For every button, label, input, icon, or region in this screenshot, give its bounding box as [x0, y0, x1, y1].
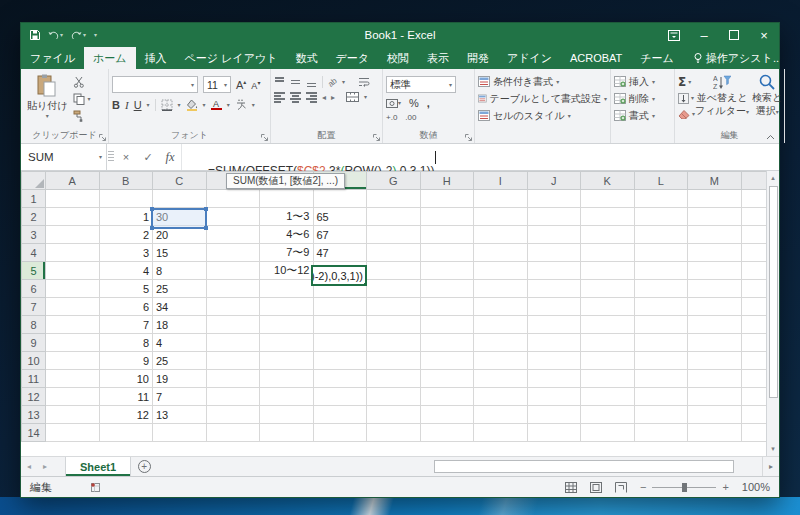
- cell[interactable]: 1〜3: [260, 208, 314, 226]
- cell[interactable]: 2: [99, 226, 153, 244]
- cell[interactable]: [367, 262, 421, 280]
- cell[interactable]: [474, 298, 528, 316]
- column-header[interactable]: [741, 172, 766, 190]
- sheet-tab-sheet1[interactable]: Sheet1: [65, 457, 131, 476]
- cell[interactable]: [260, 406, 314, 424]
- ribbon-display-options-button[interactable]: [659, 23, 689, 47]
- cell[interactable]: [527, 298, 581, 316]
- cell[interactable]: [260, 424, 314, 442]
- cell[interactable]: [741, 352, 766, 370]
- cell[interactable]: [474, 334, 528, 352]
- cell[interactable]: [741, 298, 766, 316]
- cell[interactable]: [313, 334, 367, 352]
- cell[interactable]: [581, 280, 635, 298]
- cell[interactable]: [46, 334, 100, 352]
- cell[interactable]: [420, 298, 474, 316]
- select-all-corner[interactable]: [22, 172, 46, 190]
- clipboard-dialog-launcher[interactable]: [98, 133, 107, 142]
- scroll-right-button[interactable]: ▸: [762, 457, 779, 476]
- cell[interactable]: [46, 352, 100, 370]
- phonetic-guide-button[interactable]: [235, 99, 247, 111]
- percent-style-button[interactable]: %: [409, 97, 419, 109]
- cell[interactable]: 25: [153, 280, 207, 298]
- selection-handle[interactable]: [150, 207, 154, 211]
- cell[interactable]: [741, 406, 766, 424]
- decrease-decimal-button[interactable]: .00: [405, 113, 416, 122]
- row-header[interactable]: 3: [22, 226, 46, 244]
- cell[interactable]: 12: [99, 406, 153, 424]
- decrease-indent-button[interactable]: ◂: [322, 93, 326, 102]
- cell[interactable]: [634, 352, 688, 370]
- cell[interactable]: [313, 298, 367, 316]
- column-header[interactable]: C: [153, 172, 207, 190]
- find-select-button[interactable]: 検索と 選択▾: [749, 73, 785, 130]
- cell[interactable]: [260, 316, 314, 334]
- fill-color-button[interactable]: [186, 99, 198, 111]
- cell[interactable]: [581, 226, 635, 244]
- cell[interactable]: [581, 316, 635, 334]
- undo-dropdown[interactable]: ▾: [60, 32, 63, 38]
- cell[interactable]: [634, 280, 688, 298]
- cell[interactable]: [741, 208, 766, 226]
- cell[interactable]: 4〜6: [260, 226, 314, 244]
- merge-dropdown[interactable]: ▾: [364, 94, 367, 100]
- align-middle-button[interactable]: [290, 77, 301, 87]
- clear-button[interactable]: ▾: [678, 107, 695, 121]
- cell[interactable]: [206, 370, 260, 388]
- cell[interactable]: [206, 190, 260, 208]
- cell[interactable]: [206, 226, 260, 244]
- cell[interactable]: [206, 244, 260, 262]
- cell[interactable]: [634, 388, 688, 406]
- ribbon-tab[interactable]: 表示: [418, 47, 458, 69]
- cell[interactable]: [634, 190, 688, 208]
- cell[interactable]: [260, 352, 314, 370]
- column-header[interactable]: J: [527, 172, 581, 190]
- cell[interactable]: [367, 352, 421, 370]
- row-header[interactable]: 13: [22, 406, 46, 424]
- macro-record-button[interactable]: [90, 482, 101, 493]
- cell[interactable]: 6: [99, 298, 153, 316]
- ribbon-tab[interactable]: データ: [326, 47, 378, 69]
- cell[interactable]: [581, 298, 635, 316]
- font-color-button[interactable]: A: [211, 100, 222, 111]
- cells-menu-button[interactable]: 挿入 ▾: [614, 74, 671, 89]
- cell[interactable]: [420, 208, 474, 226]
- horizontal-scroll-thumb[interactable]: [434, 460, 734, 473]
- italic-button[interactable]: I: [125, 99, 129, 111]
- cell[interactable]: [688, 388, 742, 406]
- zoom-slider-thumb[interactable]: [682, 483, 687, 492]
- cell[interactable]: [99, 190, 153, 208]
- column-header[interactable]: K: [581, 172, 635, 190]
- font-name-combo[interactable]: ▾: [112, 76, 198, 93]
- cut-button[interactable]: [73, 75, 90, 89]
- alignment-dialog-launcher[interactable]: [372, 133, 381, 142]
- row-header[interactable]: 10: [22, 352, 46, 370]
- cell[interactable]: [688, 334, 742, 352]
- cell[interactable]: 7〜9: [260, 244, 314, 262]
- cell[interactable]: [420, 280, 474, 298]
- cell[interactable]: [581, 262, 635, 280]
- cell[interactable]: 8: [153, 262, 207, 280]
- cell[interactable]: [420, 226, 474, 244]
- cell[interactable]: [634, 334, 688, 352]
- cell[interactable]: [46, 280, 100, 298]
- selection-handle[interactable]: [204, 207, 208, 211]
- cell[interactable]: [741, 280, 766, 298]
- cell[interactable]: [99, 424, 153, 442]
- cell[interactable]: [420, 244, 474, 262]
- cell[interactable]: [420, 370, 474, 388]
- cell[interactable]: [688, 226, 742, 244]
- cell[interactable]: [46, 424, 100, 442]
- wrap-text-button[interactable]: [358, 77, 370, 87]
- comma-style-button[interactable]: ,: [427, 97, 430, 109]
- ribbon-tab[interactable]: 挿入: [136, 47, 176, 69]
- number-format-combo[interactable]: 標準▾: [386, 76, 456, 93]
- row-header[interactable]: 5: [22, 262, 46, 280]
- cell[interactable]: [688, 424, 742, 442]
- ribbon-tab[interactable]: チーム: [631, 47, 683, 69]
- cell[interactable]: [527, 190, 581, 208]
- underline-dropdown[interactable]: ▾: [147, 102, 150, 108]
- cell[interactable]: [367, 424, 421, 442]
- cell[interactable]: [206, 424, 260, 442]
- cell[interactable]: [527, 262, 581, 280]
